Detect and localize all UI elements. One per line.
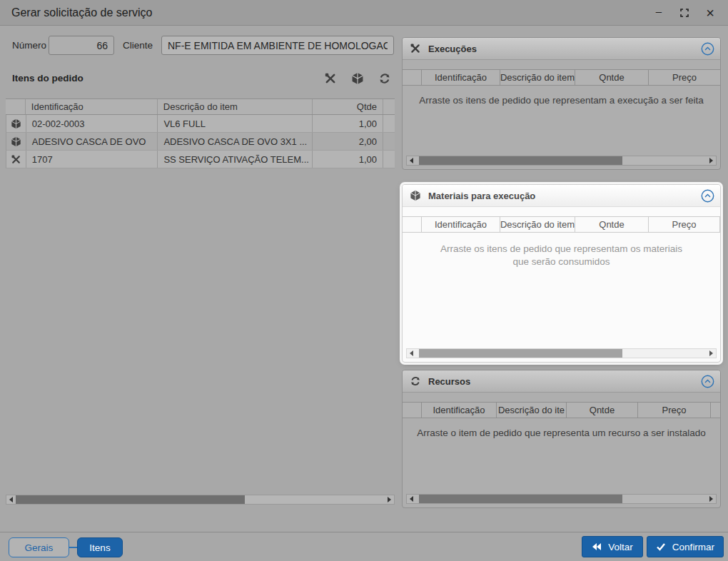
scroll-right-arrow-icon[interactable] [385,495,394,504]
order-items-toolbar [321,71,393,86]
panel-horizontal-scrollbar[interactable] [406,156,717,166]
panel-materiais-header[interactable]: Materiais para execução [403,185,720,207]
window-title: Gerar solicitação de serviço [11,6,152,19]
confirmar-button[interactable]: Confirmar [647,536,724,557]
order-items-horizontal-scrollbar[interactable] [6,495,395,505]
order-items-table-header: Identificação Descrição do item Qtde [6,98,395,115]
scroll-left-arrow-icon[interactable] [407,156,416,165]
header-cell-qntde[interactable]: Qntde [575,217,649,232]
tools-icon[interactable] [323,71,338,86]
maximize-icon[interactable] [674,2,695,24]
header-cell-qntde[interactable]: Qntde [567,403,638,418]
voltar-button[interactable]: Voltar [582,536,643,557]
header-cell-identificacao[interactable]: Identificação [422,70,500,85]
scroll-right-arrow-icon[interactable] [707,495,716,503]
footer-bar: Gerais Itens Voltar Confirmar [0,532,728,561]
scroll-left-arrow-icon[interactable] [407,349,416,358]
panel-title: Execuções [428,44,700,54]
cube-icon[interactable] [350,71,365,86]
scrollbar-thumb[interactable] [419,156,622,165]
sync-icon[interactable] [377,71,393,86]
table-row[interactable]: 1707 SS SERVIÇO ATIVAÇÃO TELEM... 1,00 [6,151,395,168]
double-chevron-left-icon [592,542,602,551]
header-cell-qntde[interactable]: Qntde [575,70,649,85]
chevron-up-circle-icon[interactable] [700,374,714,388]
panel-table-header: Identificação Descrição do item Qntde Pr… [403,216,720,233]
header-cell-filler [383,99,395,114]
order-items-table: Identificação Descrição do item Qtde 02-… [6,98,395,168]
cliente-field[interactable] [161,36,394,55]
tab-gerais[interactable]: Gerais [9,537,69,557]
cell-identificacao: 1707 [26,151,158,168]
panel-horizontal-scrollbar[interactable] [406,494,717,504]
scrollbar-thumb[interactable] [16,495,245,504]
cell-descricao: SS SERVIÇO ATIVAÇÃO TELEM... [158,151,312,168]
sync-icon [408,374,423,388]
window-controls: – × [648,0,721,26]
header-cell-descricao[interactable]: Descrição do ite [497,403,567,418]
header-cell-identificacao[interactable]: Identificação [422,217,500,232]
order-items-title: Itens do pedido [12,73,84,84]
tools-icon [6,151,26,168]
header-cell-identificacao[interactable]: Identificação [422,403,497,418]
gerar-solicitacao-window: Gerar solicitação de serviço – × Número … [0,0,728,561]
panel-table-header: Identificação Descrição do item Qntde Pr… [403,69,720,86]
cell-qtde: 1,00 [313,115,383,132]
header-cell-icon [6,99,26,114]
drop-hint-text: Arraste os itens de pedido que represent… [403,86,720,107]
table-row[interactable]: ADESIVO CASCA DE OVO ADESIVO CASCA DE OV… [6,133,395,151]
tab-itens[interactable]: Itens [77,537,123,557]
scroll-left-arrow-icon[interactable] [6,495,16,504]
header-cell-descricao[interactable]: Descrição do item [500,70,575,85]
cliente-label: Cliente [123,40,153,51]
cell-descricao: VL6 FULL [158,115,312,132]
scrollbar-thumb[interactable] [419,349,622,358]
header-cell-descricao[interactable]: Descrição do item [500,217,575,232]
cube-icon [6,115,26,132]
order-items-table-body: 02-002-0003 VL6 FULL 1,00 ADESIVO CASCA … [6,115,395,168]
cell-identificacao: ADESIVO CASCA DE OVO [26,133,158,150]
table-row[interactable]: 02-002-0003 VL6 FULL 1,00 [6,115,395,133]
panel-title: Recursos [428,376,700,387]
close-icon[interactable]: × [699,2,721,24]
check-icon [656,542,666,551]
scroll-right-arrow-icon[interactable] [707,156,716,165]
header-cell-preco[interactable]: Preço [649,217,720,232]
header-form: Número Cliente [0,36,400,56]
cell-qtde: 1,00 [313,151,383,168]
header-cell-identificacao[interactable]: Identificação [26,99,158,114]
panel-table-header: Identificação Descrição do ite Qntde Pre… [403,402,720,418]
cell-descricao: ADESIVO CASCA DE OVO 3X1 ... [158,133,312,150]
scroll-right-arrow-icon[interactable] [707,349,716,358]
panel-recursos-header[interactable]: Recursos [403,370,720,393]
tools-icon [408,41,423,56]
header-cell-qtde[interactable]: Qtde [313,99,383,114]
drop-hint-text: Arraste o item de pedido que representa … [403,418,720,440]
voltar-label: Voltar [608,542,633,552]
header-cell-preco[interactable]: Preço [649,70,720,85]
header-cell-descricao[interactable]: Descrição do item [158,99,313,114]
cube-icon [408,188,423,203]
cube-icon [6,133,26,150]
drop-hint-text: Arraste os itens de pedido que represent… [403,233,720,268]
cell-qtde: 2,00 [313,133,383,150]
cell-identificacao: 02-002-0003 [26,115,158,132]
scroll-left-arrow-icon[interactable] [407,495,416,503]
titlebar: Gerar solicitação de serviço – × [0,0,728,26]
panel-materiais-para-execucao: Materiais para execução Identificação De… [402,184,721,363]
numero-field[interactable] [49,36,114,55]
header-cell-preco[interactable]: Preço [638,403,711,418]
numero-label: Número [12,40,46,51]
chevron-up-circle-icon[interactable] [700,41,714,56]
panel-horizontal-scrollbar[interactable] [406,348,717,358]
panel-execucoes-header[interactable]: Execuções [403,38,720,60]
scrollbar-thumb[interactable] [419,495,622,503]
panel-recursos: Recursos Identificação Descrição do ite … [402,370,721,508]
confirmar-label: Confirmar [672,542,714,552]
minimize-icon[interactable]: – [648,2,669,24]
chevron-up-circle-icon[interactable] [700,188,714,203]
panel-execucoes: Execuções Identificação Descrição do ite… [402,37,721,170]
panel-title: Materiais para execução [428,191,700,201]
